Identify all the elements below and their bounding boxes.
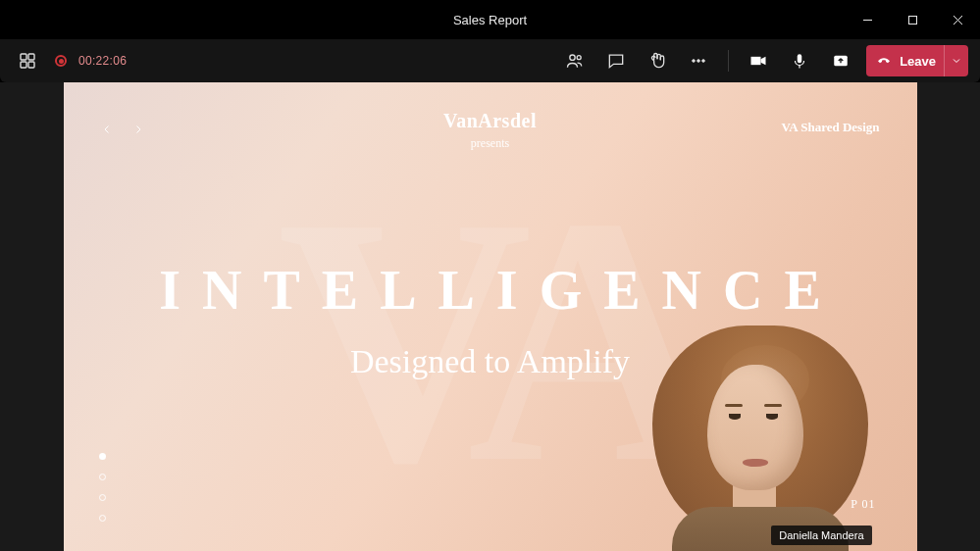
window-controls [845, 0, 980, 39]
pager-dot-3[interactable] [99, 494, 106, 501]
window-minimize-button[interactable] [845, 0, 890, 39]
slide-prev-button[interactable] [95, 118, 119, 141]
meeting-toolbar: 00:22:06 [0, 39, 980, 82]
pager-dot-1[interactable] [99, 453, 106, 460]
svg-point-8 [570, 55, 575, 60]
leave-button[interactable]: Leave [866, 45, 968, 76]
svg-point-12 [702, 60, 705, 63]
leave-label: Leave [900, 54, 936, 69]
svg-point-9 [577, 56, 581, 60]
window-close-button[interactable] [935, 0, 980, 39]
recording-timer: 00:22:06 [78, 54, 127, 68]
svg-point-10 [693, 60, 696, 63]
svg-rect-5 [28, 54, 34, 60]
layout-grid-button[interactable] [12, 45, 43, 76]
presentation-slide: VA VanArsdel presents VA Shared Design I… [64, 82, 917, 551]
shared-design-label: VA Shared Design [782, 120, 880, 135]
window-title: Sales Report [453, 13, 527, 27]
svg-rect-1 [908, 16, 916, 24]
slide-brand: VanArsdel presents [443, 110, 537, 151]
people-button[interactable] [559, 45, 591, 76]
window-titlebar: Sales Report [0, 0, 980, 39]
meeting-stage: VA VanArsdel presents VA Shared Design I… [0, 82, 980, 551]
svg-rect-13 [798, 54, 802, 63]
chat-button[interactable] [600, 45, 632, 76]
presenter-name-tag: Daniella Mandera [771, 526, 871, 545]
svg-point-11 [697, 60, 700, 63]
svg-rect-7 [28, 62, 34, 68]
slide-headline: INTELLIGENCE [64, 259, 917, 322]
slide-next-button[interactable] [127, 118, 150, 141]
toolbar-divider [728, 50, 729, 72]
brand-subtitle: presents [443, 136, 537, 151]
slide-pager [99, 453, 106, 522]
hangup-icon [876, 52, 892, 71]
presenter-video-tile[interactable]: Daniella Mandera [613, 326, 878, 551]
svg-rect-6 [21, 62, 26, 68]
more-options-button[interactable] [683, 45, 714, 76]
leave-dropdown[interactable] [944, 45, 962, 76]
recording-indicator-icon [55, 55, 67, 67]
brand-logo: VanArsdel [443, 110, 537, 132]
window-maximize-button[interactable] [890, 0, 935, 39]
share-screen-button[interactable] [825, 45, 856, 76]
pager-dot-4[interactable] [99, 515, 106, 522]
microphone-button[interactable] [784, 45, 815, 76]
svg-rect-4 [21, 54, 26, 60]
reactions-button[interactable] [642, 45, 673, 76]
camera-button[interactable] [743, 45, 774, 76]
pager-dot-2[interactable] [99, 474, 106, 480]
